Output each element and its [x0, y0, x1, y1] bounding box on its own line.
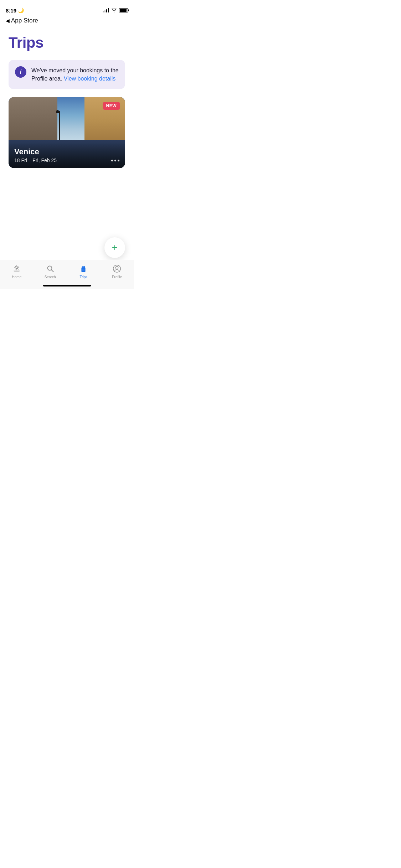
lamp-top	[56, 110, 59, 113]
tab-home[interactable]: Home	[0, 264, 34, 279]
battery-fill	[120, 9, 127, 12]
svg-line-6	[18, 269, 18, 269]
tab-trips-label: Trips	[79, 275, 87, 279]
trips-icon	[78, 264, 88, 274]
lamp-post	[59, 111, 60, 143]
status-right	[103, 8, 128, 12]
info-banner-text: We've moved your bookings to the Profile…	[31, 66, 119, 83]
tab-profile-label: Profile	[112, 275, 122, 279]
trip-card[interactable]: NEW Venice 18 Fri – Fri, Feb 25	[9, 97, 125, 168]
signal-bar-2	[104, 10, 106, 12]
status-bar: 8:19 🌙	[0, 0, 134, 16]
battery-icon	[119, 8, 128, 12]
status-left: 8:19 🌙	[6, 7, 24, 14]
tab-search[interactable]: Search	[34, 264, 67, 279]
info-banner: i We've moved your bookings to the Profi…	[9, 60, 125, 89]
svg-line-5	[15, 266, 15, 267]
home-icon	[12, 264, 22, 274]
back-arrow-icon: ◀	[6, 18, 10, 24]
back-label: App Store	[11, 17, 38, 24]
svg-point-11	[47, 266, 52, 270]
signal-bars	[103, 8, 109, 12]
info-icon: i	[15, 66, 26, 78]
moon-icon: 🌙	[18, 7, 24, 13]
tab-trips[interactable]: Trips	[67, 264, 101, 279]
signal-bar-4	[108, 8, 109, 12]
svg-line-8	[15, 269, 15, 269]
back-nav[interactable]: ◀ App Store	[0, 16, 134, 27]
svg-rect-14	[82, 267, 85, 268]
trip-dot-2	[114, 160, 116, 161]
trip-dot-3	[118, 160, 119, 161]
trip-overlay: Venice 18 Fri – Fri, Feb 25	[9, 142, 125, 168]
trip-dates-text: 18 Fri – Fri, Feb 25	[14, 157, 57, 163]
trip-dates: 18 Fri – Fri, Feb 25	[14, 157, 119, 163]
wifi-icon	[111, 8, 117, 12]
svg-rect-13	[82, 267, 86, 272]
main-content: Trips i We've moved your bookings to the…	[0, 27, 134, 168]
building-left	[9, 97, 57, 143]
svg-point-0	[16, 267, 18, 269]
status-time: 8:19	[6, 7, 16, 14]
svg-line-12	[51, 270, 53, 272]
view-booking-link[interactable]: View booking details	[64, 76, 116, 82]
trip-dots	[111, 160, 119, 161]
page-title: Trips	[9, 34, 125, 51]
tab-profile[interactable]: Profile	[100, 264, 134, 279]
new-badge: NEW	[103, 102, 120, 110]
profile-icon	[112, 264, 122, 274]
signal-bar-3	[106, 9, 107, 12]
trip-city: Venice	[14, 147, 119, 156]
svg-point-18	[115, 267, 118, 269]
svg-line-7	[18, 266, 18, 267]
search-icon	[45, 264, 55, 274]
tab-search-label: Search	[45, 275, 56, 279]
tab-home-label: Home	[12, 275, 22, 279]
add-trip-button[interactable]: +	[104, 237, 125, 258]
signal-bar-1	[103, 11, 104, 12]
home-indicator	[43, 285, 91, 286]
trip-dot-1	[111, 160, 113, 161]
